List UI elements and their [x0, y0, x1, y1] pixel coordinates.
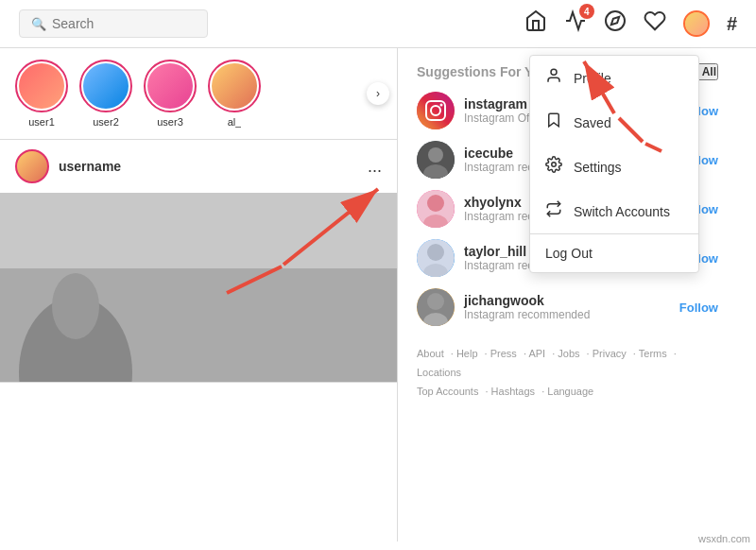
profile-avatar-nav[interactable] — [683, 10, 710, 37]
saved-label: Saved — [574, 115, 611, 130]
suggestion-avatar — [417, 239, 455, 277]
stories-next-button[interactable]: › — [367, 82, 389, 105]
explore-icon[interactable] — [604, 9, 627, 38]
post-image — [0, 193, 397, 382]
story-item[interactable]: user3 — [144, 60, 197, 128]
header-left: 🔍 — [19, 9, 208, 38]
svg-point-7 — [52, 273, 99, 339]
hashtag-icon[interactable]: # — [727, 13, 737, 35]
suggestion-avatar — [417, 141, 455, 179]
dropdown-menu: Profile Saved Settings Switch Accou — [529, 55, 699, 273]
svg-point-0 — [606, 11, 625, 30]
svg-point-16 — [427, 195, 444, 212]
footer-locations[interactable]: Locations — [417, 367, 461, 378]
story-item[interactable]: user2 — [79, 60, 132, 128]
footer-press[interactable]: Press — [490, 348, 517, 359]
header-right: 4 # — [524, 9, 737, 38]
profile-icon — [545, 67, 562, 89]
logout-label: Log Out — [545, 246, 593, 261]
svg-point-11 — [440, 104, 443, 107]
svg-rect-8 — [417, 92, 455, 129]
heart-icon[interactable] — [644, 9, 666, 38]
post-avatar — [15, 149, 49, 183]
story-avatar — [79, 60, 132, 112]
story-avatar — [15, 60, 68, 112]
post-user: username — [15, 149, 121, 183]
header: 🔍 4 — [0, 0, 756, 48]
story-label: user1 — [28, 116, 55, 128]
svg-point-13 — [428, 147, 443, 163]
suggestion-info: jichangwook Instagram recommended — [464, 293, 670, 321]
svg-point-2 — [551, 69, 557, 75]
dropdown-profile[interactable]: Profile — [530, 56, 698, 100]
post-username: username — [59, 159, 121, 174]
notification-badge: 4 — [579, 4, 594, 19]
suggestion-avatar — [417, 190, 455, 228]
feed-post: username ... — [0, 140, 397, 383]
suggestion-avatar — [417, 288, 455, 326]
settings-label: Settings — [574, 160, 622, 175]
switch-label: Switch Accounts — [574, 204, 670, 219]
svg-point-22 — [427, 293, 444, 310]
left-panel: user1 user2 user3 al_ › — [0, 48, 397, 541]
svg-marker-1 — [611, 17, 619, 25]
footer-hashtags[interactable]: Hashtags — [491, 386, 535, 397]
footer-jobs[interactable]: Jobs — [558, 348, 579, 359]
footer-help[interactable]: Help — [456, 348, 478, 359]
search-box[interactable]: 🔍 — [19, 9, 208, 38]
activity-icon[interactable]: 4 — [564, 9, 587, 38]
search-input[interactable] — [52, 16, 203, 31]
dropdown-switch[interactable]: Switch Accounts — [530, 189, 698, 233]
footer-language[interactable]: Language — [547, 386, 593, 397]
suggestion-item: jichangwook Instagram recommended Follow — [417, 288, 718, 326]
story-avatar — [144, 60, 197, 112]
story-label: user3 — [157, 116, 183, 128]
footer-api[interactable]: API — [528, 348, 545, 359]
watermark: wsxdn.com — [698, 533, 750, 544]
svg-point-3 — [552, 163, 557, 167]
footer-about[interactable]: About — [417, 348, 444, 359]
post-header: username ... — [0, 140, 397, 193]
dropdown-settings[interactable]: Settings — [530, 145, 698, 189]
search-icon: 🔍 — [31, 17, 46, 31]
svg-point-19 — [427, 244, 444, 261]
footer-links: About · Help · Press · API · Jobs · Priv… — [417, 345, 718, 401]
switch-icon — [545, 200, 562, 222]
follow-button[interactable]: Follow — [679, 301, 718, 315]
post-more-button[interactable]: ... — [368, 157, 382, 177]
footer-top-accounts[interactable]: Top Accounts — [417, 386, 478, 397]
stories-bar: user1 user2 user3 al_ › — [0, 48, 397, 140]
suggestion-sub: Instagram recommended — [464, 308, 670, 321]
settings-icon — [545, 156, 562, 178]
suggestion-avatar — [417, 92, 455, 129]
suggestion-username: jichangwook — [464, 293, 670, 308]
story-label: al_ — [228, 116, 242, 128]
home-icon[interactable] — [524, 9, 547, 38]
story-item[interactable]: al_ — [208, 60, 261, 128]
footer-terms[interactable]: Terms — [639, 348, 667, 359]
post-image-content — [0, 193, 397, 382]
story-avatar — [208, 60, 261, 112]
story-item[interactable]: user1 — [15, 60, 68, 128]
footer-privacy[interactable]: Privacy — [593, 348, 627, 359]
story-label: user2 — [93, 116, 119, 128]
dropdown-logout[interactable]: Log Out — [530, 233, 698, 272]
dropdown-saved[interactable]: Saved — [530, 100, 698, 145]
bookmark-icon — [545, 112, 562, 133]
profile-label: Profile — [574, 71, 611, 86]
